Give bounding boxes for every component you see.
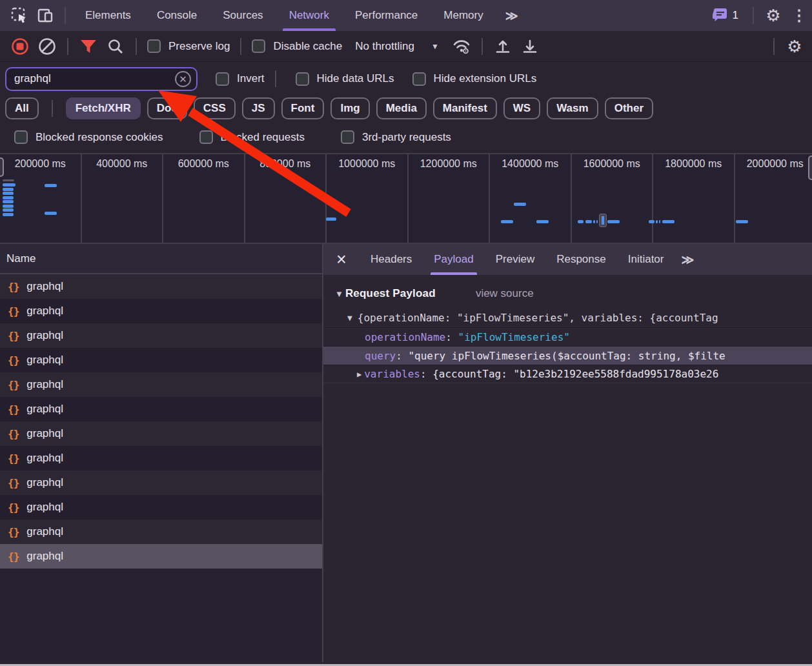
table-row[interactable]: {}graphql	[0, 274, 322, 299]
overview-right-scroll-handle[interactable]	[808, 156, 812, 180]
table-row[interactable]: {}graphql	[0, 348, 322, 372]
table-row[interactable]: {}graphql	[0, 397, 322, 421]
toggle-device-toolbar-icon[interactable]	[32, 3, 58, 28]
more-details-tabs-icon[interactable]: ≫	[675, 252, 700, 267]
filter-pill-js[interactable]: JS	[242, 97, 275, 119]
network-settings-gear-icon[interactable]: ⚙	[781, 33, 808, 60]
record-network-log-button[interactable]	[6, 33, 34, 60]
payload-row-query[interactable]: query: "query ipFlowTimeseries($accountT…	[323, 346, 812, 365]
filter-pill-css[interactable]: CSS	[194, 97, 236, 119]
detail-tab-initiator[interactable]: Initiator	[617, 244, 675, 275]
table-row[interactable]: {}graphql	[0, 544, 322, 569]
blocked-requests-checkbox[interactable]: Blocked requests	[196, 130, 309, 144]
waterfall-bar	[536, 220, 549, 223]
hide-data-urls-checkbox[interactable]: Hide data URLs	[292, 72, 398, 86]
waterfall-bar	[3, 188, 14, 191]
filter-pill-doc[interactable]: Doc	[147, 97, 187, 119]
settings-gear-icon[interactable]: ⚙	[760, 3, 786, 28]
clear-filter-icon[interactable]: ✕	[175, 71, 191, 87]
close-details-icon[interactable]: ×	[323, 251, 360, 268]
waterfall-bar	[3, 205, 14, 208]
hide-extension-urls-checkbox[interactable]: Hide extension URLs	[409, 72, 541, 86]
detail-tab-headers[interactable]: Headers	[360, 244, 423, 275]
name-column-header[interactable]: Name	[0, 244, 322, 274]
payload-value: "query ipFlowTimeseries($accountTag: str…	[408, 350, 725, 362]
checkbox-box	[14, 130, 28, 144]
filter-input-wrap: ✕	[5, 67, 198, 91]
issues-count: 1	[733, 9, 738, 22]
tab-console[interactable]: Console	[144, 0, 210, 31]
detail-tab-response[interactable]: Response	[545, 244, 617, 275]
tab-sources[interactable]: Sources	[210, 0, 276, 31]
search-icon[interactable]	[102, 33, 129, 60]
payload-row-operationName[interactable]: operationName: "ipFlowTimeseries"	[323, 327, 812, 346]
filter-pill-wasm[interactable]: Wasm	[547, 97, 598, 119]
waterfall-bar	[3, 200, 14, 203]
filter-pill-fetch-xhr[interactable]: Fetch/XHR	[66, 97, 141, 119]
waterfall-bar	[656, 220, 658, 223]
request-name: graphql	[26, 476, 63, 489]
invert-checkbox[interactable]: Invert	[212, 72, 269, 86]
request-payload-section[interactable]: ▼ Request Payload view source	[323, 284, 812, 303]
divider	[52, 100, 53, 117]
table-row[interactable]: {}graphql	[0, 299, 322, 323]
filter-pill-manifest[interactable]: Manifest	[433, 97, 497, 119]
table-row[interactable]: {}graphql	[0, 470, 322, 495]
disable-cache-checkbox[interactable]: Disable cache	[248, 39, 346, 53]
table-row[interactable]: {}graphql	[0, 421, 322, 446]
detail-tab-preview[interactable]: Preview	[485, 244, 545, 275]
issues-counter[interactable]: 1	[705, 8, 746, 23]
blocked-response-cookies-checkbox[interactable]: Blocked response cookies	[10, 130, 167, 144]
filter-input[interactable]	[14, 72, 175, 85]
payload-row-variables[interactable]: ▶variables: {accountTag: "b12e3b2192ee55…	[323, 365, 812, 383]
preserve-log-checkbox[interactable]: Preserve log	[143, 39, 234, 53]
blocked-filters-row: Blocked response cookies Blocked request…	[0, 121, 812, 153]
import-har-icon[interactable]	[489, 33, 516, 60]
tab-memory[interactable]: Memory	[431, 0, 496, 31]
table-row[interactable]: {}graphql	[0, 495, 322, 520]
divider	[67, 38, 68, 55]
overview-left-scroll-handle[interactable]	[0, 157, 4, 177]
network-conditions-icon[interactable]	[448, 33, 475, 60]
kebab-menu-icon[interactable]: ⋮	[786, 3, 812, 28]
network-overview-timeline[interactable]: 200000 ms400000 ms600000 ms800000 ms1000…	[0, 153, 812, 244]
throttling-select[interactable]: No throttling ▼	[346, 40, 448, 53]
tab-network[interactable]: Network	[276, 0, 342, 31]
tab-performance[interactable]: Performance	[342, 0, 431, 31]
table-row[interactable]: {}graphql	[0, 372, 322, 397]
filter-pill-font[interactable]: Font	[281, 97, 325, 119]
more-tabs-icon[interactable]: ≫	[496, 8, 527, 23]
detail-tab-payload[interactable]: Payload	[423, 244, 484, 275]
view-source-link[interactable]: view source	[476, 287, 534, 300]
checkbox-box	[341, 130, 354, 144]
waterfall-bar	[736, 220, 748, 223]
table-row[interactable]: {}graphql	[0, 446, 322, 470]
chevron-down-icon: ▼	[431, 42, 439, 51]
filter-pill-img[interactable]: Img	[330, 97, 369, 119]
waterfall-bar	[3, 196, 14, 199]
devtools-tabbar: ElementsConsoleSourcesNetworkPerformance…	[0, 0, 812, 31]
inspect-element-icon[interactable]	[6, 3, 32, 28]
clear-network-log-button[interactable]	[34, 33, 61, 60]
tab-elements[interactable]: Elements	[72, 0, 144, 31]
timeline-tick-label: 400000 ms	[82, 154, 164, 243]
filter-pill-media[interactable]: Media	[376, 97, 427, 119]
filter-funnel-icon[interactable]	[75, 33, 102, 60]
waterfall-bar	[45, 184, 57, 187]
table-row[interactable]: {}graphql	[0, 323, 322, 348]
request-name: graphql	[26, 354, 63, 367]
overview-time-columns: 200000 ms400000 ms600000 ms800000 ms1000…	[0, 154, 812, 243]
filter-pill-ws[interactable]: WS	[503, 97, 540, 119]
export-har-icon[interactable]	[516, 33, 543, 60]
request-payload-title: Request Payload	[345, 287, 436, 300]
payload-root-node[interactable]: ▼ {operationName: "ipFlowTimeseries", va…	[323, 308, 812, 327]
third-party-requests-checkbox[interactable]: 3rd-party requests	[337, 130, 455, 144]
request-rows: {}graphql{}graphql{}graphql{}graphql{}gr…	[0, 274, 322, 569]
json-braces-icon: {}	[8, 501, 19, 514]
divider	[240, 38, 241, 55]
filter-pill-all[interactable]: All	[5, 97, 39, 119]
filter-pill-other[interactable]: Other	[605, 97, 653, 119]
table-row[interactable]: {}graphql	[0, 520, 322, 544]
payload-key: query	[365, 350, 396, 362]
devtools-tabs: ElementsConsoleSourcesNetworkPerformance…	[72, 0, 496, 31]
